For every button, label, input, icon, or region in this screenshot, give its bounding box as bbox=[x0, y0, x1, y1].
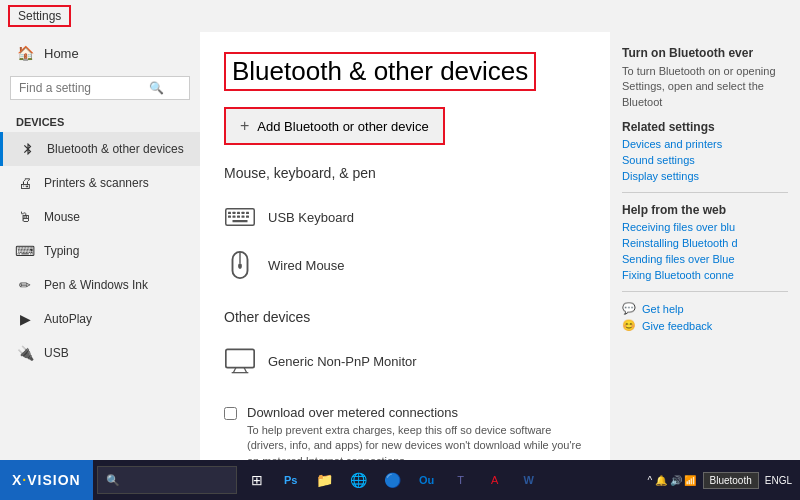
sidebar: 🏠 Home 🔍 Devices Bluetooth & other devic… bbox=[0, 32, 200, 460]
svg-rect-7 bbox=[233, 216, 236, 218]
get-help-icon: 💬 bbox=[622, 302, 636, 315]
svg-rect-3 bbox=[237, 212, 240, 214]
sidebar-item-pen[interactable]: ✏ Pen & Windows Ink bbox=[0, 268, 200, 302]
svg-rect-5 bbox=[246, 212, 249, 214]
svg-rect-6 bbox=[228, 216, 231, 218]
devices-section-title: Devices bbox=[0, 106, 200, 132]
sidebar-usb-label: USB bbox=[44, 346, 69, 360]
sidebar-item-home[interactable]: 🏠 Home bbox=[0, 36, 200, 70]
sidebar-item-printers[interactable]: 🖨 Printers & scanners bbox=[0, 166, 200, 200]
settings-label: Settings bbox=[8, 5, 71, 27]
metered-connection-checkbox[interactable] bbox=[224, 407, 237, 420]
right-divider-2 bbox=[622, 291, 788, 292]
give-feedback-item[interactable]: 😊 Give feedback bbox=[622, 319, 788, 332]
sidebar-mouse-label: Mouse bbox=[44, 210, 80, 224]
other-devices-heading: Other devices bbox=[224, 309, 586, 325]
svg-point-14 bbox=[238, 263, 242, 269]
sidebar-item-bluetooth[interactable]: Bluetooth & other devices bbox=[0, 132, 200, 166]
add-device-button[interactable]: + Add Bluetooth or other device bbox=[224, 107, 445, 145]
get-help-label: Get help bbox=[642, 303, 684, 315]
main-area: 🏠 Home 🔍 Devices Bluetooth & other devic… bbox=[0, 32, 800, 460]
mouse-device-item: Wired Mouse bbox=[224, 241, 586, 289]
bluetooth-indicator: Bluetooth bbox=[703, 472, 759, 489]
sidebar-search-box: 🔍 bbox=[10, 76, 190, 100]
autoplay-icon: ▶ bbox=[16, 310, 34, 328]
give-feedback-label: Give feedback bbox=[642, 320, 712, 332]
top-bar: Settings bbox=[0, 0, 800, 32]
chrome-icon[interactable]: 🔵 bbox=[379, 466, 407, 494]
mouse-device-icon bbox=[224, 249, 256, 281]
svg-rect-1 bbox=[228, 212, 231, 214]
taskbar: X·VISION ⊞ Ps 📁 🌐 🔵 Ou T A W ^ 🔔 🔊 📶 Blu… bbox=[0, 460, 800, 500]
right-panel: Turn on Bluetooth ever To turn Bluetooth… bbox=[610, 32, 800, 460]
keyboard-device-icon bbox=[224, 201, 256, 233]
xvision-text: X·VISION bbox=[12, 472, 81, 488]
other-devices-section: Other devices Generic Non-PnP Monitor bbox=[224, 309, 586, 385]
monitor-device-item: Generic Non-PnP Monitor bbox=[224, 337, 586, 385]
svg-rect-2 bbox=[233, 212, 236, 214]
teams-icon[interactable]: T bbox=[447, 466, 475, 494]
devices-printers-link[interactable]: Devices and printers bbox=[622, 138, 788, 150]
svg-rect-4 bbox=[242, 212, 245, 214]
right-divider bbox=[622, 192, 788, 193]
taskview-icon[interactable]: ⊞ bbox=[243, 466, 271, 494]
get-help-item[interactable]: 💬 Get help bbox=[622, 302, 788, 315]
plus-icon: + bbox=[240, 117, 249, 135]
outlook-icon[interactable]: Ou bbox=[413, 466, 441, 494]
help-link-2[interactable]: Sending files over Blue bbox=[622, 253, 788, 265]
sidebar-typing-label: Typing bbox=[44, 244, 79, 258]
keyboard-device-name: USB Keyboard bbox=[268, 210, 354, 225]
bluetooth-icon bbox=[19, 140, 37, 158]
taskbar-search-box bbox=[97, 466, 237, 494]
sidebar-item-usb[interactable]: 🔌 USB bbox=[0, 336, 200, 370]
bluetooth-info-text: To turn Bluetooth on or opening Settings… bbox=[622, 64, 788, 110]
taskbar-app-icons: ⊞ Ps 📁 🌐 🔵 Ou T A W bbox=[243, 466, 543, 494]
feedback-icon: 😊 bbox=[622, 319, 636, 332]
keyboard-device-item: USB Keyboard bbox=[224, 193, 586, 241]
sidebar-printers-label: Printers & scanners bbox=[44, 176, 149, 190]
taskbar-search-input[interactable] bbox=[106, 474, 216, 486]
search-input[interactable] bbox=[19, 81, 149, 95]
search-icon: 🔍 bbox=[149, 81, 164, 95]
sidebar-item-mouse[interactable]: 🖱 Mouse bbox=[0, 200, 200, 234]
sidebar-home-label: Home bbox=[44, 46, 79, 61]
word-icon[interactable]: W bbox=[515, 466, 543, 494]
page-title: Bluetooth & other devices bbox=[224, 52, 536, 91]
sidebar-item-autoplay[interactable]: ▶ AutoPlay bbox=[0, 302, 200, 336]
display-settings-link[interactable]: Display settings bbox=[622, 170, 788, 182]
svg-rect-11 bbox=[233, 220, 248, 222]
sidebar-autoplay-label: AutoPlay bbox=[44, 312, 92, 326]
monitor-device-icon bbox=[224, 345, 256, 377]
related-settings-title: Related settings bbox=[622, 120, 788, 134]
taskbar-system-tray: ^ 🔔 🔊 📶 Bluetooth ENGL bbox=[647, 472, 800, 489]
sidebar-item-typing[interactable]: ⌨ Typing bbox=[0, 234, 200, 268]
help-link-0[interactable]: Receiving files over blu bbox=[622, 221, 788, 233]
sound-settings-link[interactable]: Sound settings bbox=[622, 154, 788, 166]
xvision-logo: X·VISION bbox=[0, 460, 93, 500]
acrobat-icon[interactable]: A bbox=[481, 466, 509, 494]
svg-rect-8 bbox=[237, 216, 240, 218]
usb-icon: 🔌 bbox=[16, 344, 34, 362]
sidebar-bluetooth-label: Bluetooth & other devices bbox=[47, 142, 184, 156]
svg-rect-15 bbox=[226, 349, 254, 367]
printer-icon: 🖨 bbox=[16, 174, 34, 192]
home-icon: 🏠 bbox=[16, 44, 34, 62]
metered-connection-row: Download over metered connections To hel… bbox=[224, 405, 586, 460]
input-devices-section: Mouse, keyboard, & pen bbox=[224, 165, 586, 289]
mouse-device-name: Wired Mouse bbox=[268, 258, 345, 273]
edge-icon[interactable]: 🌐 bbox=[345, 466, 373, 494]
tray-icons: ^ 🔔 🔊 📶 bbox=[647, 475, 696, 486]
input-devices-heading: Mouse, keyboard, & pen bbox=[224, 165, 586, 181]
help-web-title: Help from the web bbox=[622, 203, 788, 217]
ps-icon[interactable]: Ps bbox=[277, 466, 305, 494]
folder-icon[interactable]: 📁 bbox=[311, 466, 339, 494]
content-panel: Bluetooth & other devices + Add Bluetoot… bbox=[200, 32, 610, 460]
mouse-icon: 🖱 bbox=[16, 208, 34, 226]
help-link-3[interactable]: Fixing Bluetooth conne bbox=[622, 269, 788, 281]
svg-rect-9 bbox=[242, 216, 245, 218]
bluetooth-info-title: Turn on Bluetooth ever bbox=[622, 46, 788, 60]
add-device-label: Add Bluetooth or other device bbox=[257, 119, 428, 134]
monitor-device-name: Generic Non-PnP Monitor bbox=[268, 354, 417, 369]
help-link-1[interactable]: Reinstalling Bluetooth d bbox=[622, 237, 788, 249]
language-indicator: ENGL bbox=[765, 475, 792, 486]
